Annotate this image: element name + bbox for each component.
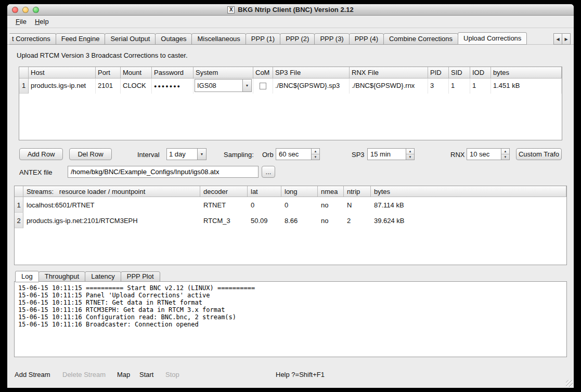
rnx-file-cell[interactable]: ./BNC${GPSWD}.rnx xyxy=(350,79,428,94)
window-title: X BKG Ntrip Client (BNC) Version 2.12 xyxy=(227,6,353,14)
log-line: 15-06-15 10:11:15 Panel 'Upload Correcti… xyxy=(18,292,563,299)
tab-miscellaneous[interactable]: Miscellaneous xyxy=(191,33,246,45)
add-stream-button[interactable]: Add Stream xyxy=(15,371,50,378)
sp3-sampling-value: 15 min xyxy=(368,149,406,160)
upload-table: Host Port Mount Password System CoM SP3 … xyxy=(19,67,562,140)
nmea-cell: no xyxy=(318,197,344,213)
tab-ppp-plot[interactable]: PPP Plot xyxy=(121,271,160,282)
header-bytes: bytes xyxy=(491,67,562,79)
header-system: System xyxy=(193,67,253,79)
password-cell[interactable]: ●●●●●●● xyxy=(152,79,193,94)
lat-cell: 0 xyxy=(248,197,281,213)
port-cell[interactable]: 2101 xyxy=(96,79,121,94)
header-bytes: bytes xyxy=(371,186,566,197)
sampling-label: Sampling: xyxy=(224,151,254,159)
chevron-down-icon: ▼ xyxy=(242,80,251,92)
tab-throughput[interactable]: Throughput xyxy=(38,271,86,282)
custom-trafo-button[interactable]: Custom Trafo xyxy=(516,148,562,160)
header-long: long xyxy=(281,186,318,197)
bottom-tab-bar: Log Throughput Latency PPP Plot xyxy=(16,270,160,282)
header-com: CoM xyxy=(253,67,273,79)
traffic-lights xyxy=(12,7,39,13)
sp3-label: SP3 xyxy=(352,151,365,159)
spinner-buttons: ▲ ▼ xyxy=(311,149,319,160)
orb-sampling-spinbox[interactable]: 60 sec ▲ ▼ xyxy=(276,148,320,160)
stream-row[interactable]: 1 localhost:6501/RTNET RTNET 0 0 no N 87… xyxy=(15,197,566,213)
del-row-button[interactable]: Del Row xyxy=(69,148,112,160)
sp3-file-cell[interactable]: ./BNC${GPSWD}.sp3 xyxy=(273,79,350,94)
add-row-button[interactable]: Add Row xyxy=(19,148,63,160)
mount-cell[interactable]: CLOCK xyxy=(121,79,152,94)
antex-file-label: ANTEX file xyxy=(19,168,53,176)
sp3-sampling-spinbox[interactable]: 15 min ▲ ▼ xyxy=(367,148,415,160)
stream-row[interactable]: 2 products.igs-ip.net:2101/RTCM3EPH RTCM… xyxy=(15,213,566,228)
ntrip-cell: N xyxy=(344,197,371,213)
corner-header-cell xyxy=(15,186,23,197)
menu-file[interactable]: File xyxy=(11,17,31,27)
chevron-left-icon: ◀ xyxy=(556,37,559,42)
spin-up-icon[interactable]: ▲ xyxy=(312,149,319,154)
tab-upload-corrections[interactable]: Upload Corrections xyxy=(458,32,527,45)
tab-ppp-4[interactable]: PPP (4) xyxy=(349,33,384,45)
zoom-button[interactable] xyxy=(33,7,39,13)
header-sp3-file: SP3 File xyxy=(273,67,350,79)
titlebar[interactable]: X BKG Ntrip Client (BNC) Version 2.12 xyxy=(7,4,574,16)
iod-cell[interactable]: 1 xyxy=(470,79,491,94)
close-button[interactable] xyxy=(12,7,18,13)
tab-outages[interactable]: Outages xyxy=(155,33,192,45)
decoder-cell: RTNET xyxy=(200,197,248,213)
rnx-sampling-spinbox[interactable]: 10 sec ▲ ▼ xyxy=(467,148,510,160)
minimize-button[interactable] xyxy=(22,7,29,13)
tab-scroll-right-button[interactable]: ▶ xyxy=(562,33,571,45)
log-line: 15-06-15 10:11:15 RTNET: Get data in RTN… xyxy=(18,299,563,306)
resize-grip[interactable] xyxy=(566,380,573,387)
tab-serial-output[interactable]: Serial Output xyxy=(105,33,156,45)
tab-feed-engine[interactable]: Feed Engine xyxy=(56,33,106,45)
pid-cell[interactable]: 3 xyxy=(428,79,449,94)
tab-latency[interactable]: Latency xyxy=(85,271,121,282)
com-checkbox[interactable] xyxy=(260,83,266,89)
header-mount: Mount xyxy=(121,67,152,79)
sid-cell[interactable]: 1 xyxy=(449,79,470,94)
chevron-down-icon: ▼ xyxy=(197,149,206,160)
long-cell: 0 xyxy=(281,197,318,213)
interval-combobox[interactable]: 1 day ▼ xyxy=(166,148,206,160)
map-button[interactable]: Map xyxy=(117,371,130,378)
tab-log[interactable]: Log xyxy=(15,271,39,282)
tab-broadcast-corrections[interactable]: t Corrections xyxy=(9,33,56,45)
spin-down-icon[interactable]: ▼ xyxy=(406,154,414,160)
chevron-right-icon: ▶ xyxy=(564,37,567,42)
host-cell[interactable]: products.igs-ip.net xyxy=(29,79,96,94)
streams-table-header: Streams: resource loader / mountpoint de… xyxy=(15,186,566,197)
log-line: 15-06-15 10:11:16 RTCM3EPH: Get data in … xyxy=(18,306,563,313)
start-button[interactable]: Start xyxy=(139,371,153,378)
tab-scroll-left-button[interactable]: ◀ xyxy=(553,33,562,45)
tab-combine-corrections[interactable]: Combine Corrections xyxy=(383,33,458,45)
log-output[interactable]: 15-06-15 10:11:15 ========== Start BNC v… xyxy=(14,281,567,357)
tab-ppp-1[interactable]: PPP (1) xyxy=(246,33,280,45)
ntrip-cell: 2 xyxy=(344,213,371,228)
header-port: Port xyxy=(96,67,121,79)
system-combobox[interactable]: IGS08 ▼ xyxy=(195,79,252,92)
system-cell: IGS08 ▼ xyxy=(193,79,253,94)
orb-sampling-value: 60 sec xyxy=(276,149,311,160)
menu-help[interactable]: Help xyxy=(31,17,53,27)
spin-up-icon[interactable]: ▲ xyxy=(501,149,509,154)
upload-table-row: 1 products.igs-ip.net 2101 CLOCK ●●●●●●●… xyxy=(19,79,562,94)
antex-browse-button[interactable]: ... xyxy=(262,166,275,178)
spin-down-icon[interactable]: ▼ xyxy=(501,154,509,160)
upload-controls-row: Add Row Del Row Interval 1 day ▼ Samplin… xyxy=(7,148,574,162)
interval-label: Interval xyxy=(137,151,160,159)
decoder-cell: RTCM_3 xyxy=(200,213,248,228)
row-number: 1 xyxy=(15,197,23,213)
header-password: Password xyxy=(152,67,193,79)
tab-ppp-3[interactable]: PPP (3) xyxy=(314,33,349,45)
spin-down-icon[interactable]: ▼ xyxy=(312,154,319,160)
antex-file-input[interactable] xyxy=(68,166,259,178)
tab-ppp-2[interactable]: PPP (2) xyxy=(280,33,315,45)
lat-cell: 50.09 xyxy=(248,213,281,228)
spin-up-icon[interactable]: ▲ xyxy=(406,149,414,154)
header-nmea: nmea xyxy=(318,186,344,197)
header-mountpoint: Streams: resource loader / mountpoint xyxy=(23,186,200,197)
help-shortcut-label[interactable]: Help ?=Shift+F1 xyxy=(276,371,325,378)
